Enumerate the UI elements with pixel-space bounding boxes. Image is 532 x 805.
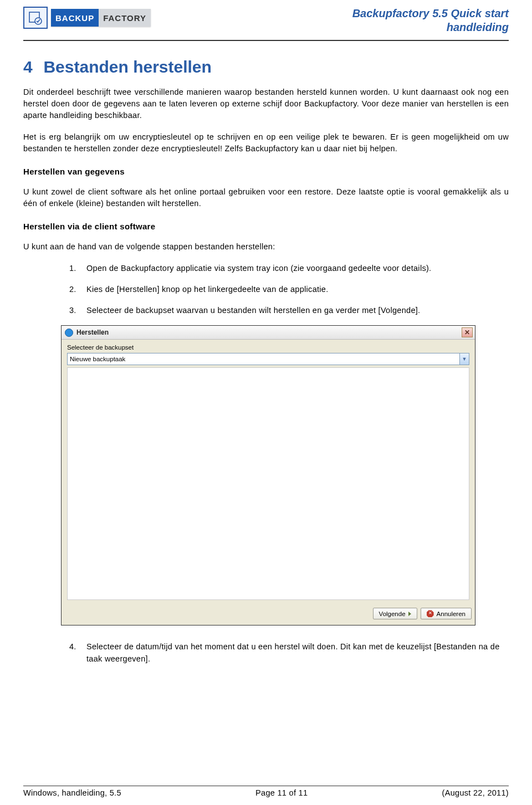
paragraph: Het is erg belangrijk om uw encryptiesle… <box>23 131 509 155</box>
chevron-down-icon[interactable]: ▼ <box>459 353 469 365</box>
dialog-content-area <box>67 367 469 600</box>
footer-center: Page 11 of 11 <box>255 788 308 797</box>
close-button[interactable]: ✕ <box>462 327 473 337</box>
document-title: Backupfactory 5.5 Quick start handleidin… <box>352 7 509 34</box>
page-footer: Windows, handleiding, 5.5 Page 11 of 11 … <box>23 786 509 797</box>
backupset-select[interactable]: Nieuwe backuptaak ▼ <box>67 353 469 365</box>
paragraph: U kunt zowel de client software als het … <box>23 186 509 209</box>
steps-list: Open de Backupfactory applicatie via sys… <box>79 263 509 316</box>
subheading: Herstellen via de client software <box>23 222 509 231</box>
next-button[interactable]: Volgende <box>373 608 417 619</box>
section-heading: 4 Bestanden herstellen <box>23 58 509 76</box>
stop-icon <box>427 610 434 617</box>
subheading: Herstellen van gegevens <box>23 167 509 176</box>
steps-list: Selecteer de datum/tijd van het moment d… <box>79 641 509 665</box>
logo-mark-icon <box>23 7 48 29</box>
arrow-right-icon <box>408 612 411 616</box>
paragraph: Dit onderdeel beschrijft twee verschille… <box>23 86 509 121</box>
app-icon <box>65 329 73 337</box>
dialog-title: Herstellen <box>76 329 109 336</box>
logo-text-left: BACKUP <box>51 9 99 27</box>
section-title: Bestanden herstellen <box>43 58 211 76</box>
dialog-titlebar: Herstellen ✕ <box>62 326 475 340</box>
list-item: Kies de [Herstellen] knop op het linkerg… <box>79 284 509 296</box>
section-number: 4 <box>23 58 41 76</box>
footer-right: (August 22, 2011) <box>442 788 509 797</box>
restore-dialog: Herstellen ✕ Selecteer de backupset Nieu… <box>61 325 475 625</box>
field-label: Selecteer de backupset <box>67 344 469 351</box>
logo-text-right: FACTORY <box>99 9 151 27</box>
page-header: BACKUP FACTORY Backupfactory 5.5 Quick s… <box>23 7 509 41</box>
logo: BACKUP FACTORY <box>23 7 151 29</box>
list-item: Selecteer de datum/tijd van het moment d… <box>79 641 509 665</box>
paragraph: U kunt aan de hand van de volgende stapp… <box>23 241 509 253</box>
cancel-button[interactable]: Annuleren <box>421 608 472 619</box>
list-item: Selecteer de backupset waarvan u bestand… <box>79 305 509 317</box>
select-value: Nieuwe backuptaak <box>70 356 125 362</box>
list-item: Open de Backupfactory applicatie via sys… <box>79 263 509 275</box>
footer-left: Windows, handleiding, 5.5 <box>23 788 121 797</box>
